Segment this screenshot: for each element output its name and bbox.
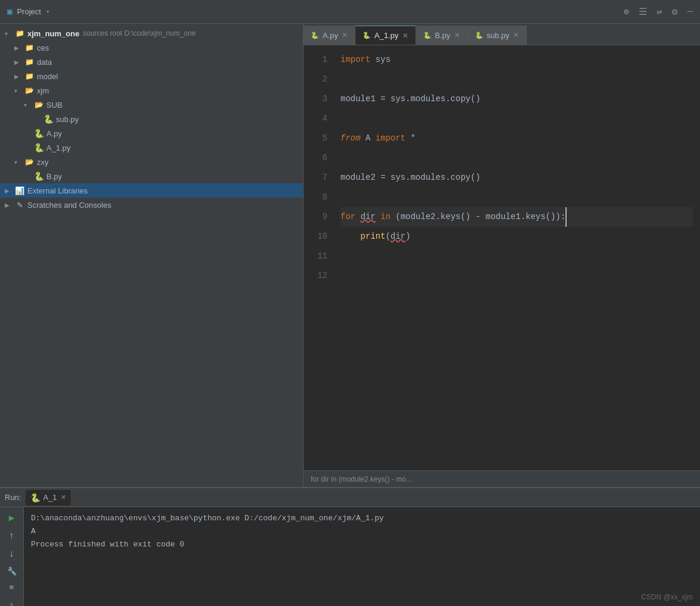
title-bar: ▣ Project ▾ ⊕ ☰ ⇌ ⚙ ─	[0, 0, 700, 24]
tab-a-py-icon: 🐍	[311, 32, 319, 39]
breadcrumb-text: for dir in (module2.keys() - mo...	[311, 475, 412, 483]
folder-model-label: model	[37, 72, 58, 81]
sidebar-item-a-py[interactable]: 🐍 A.py	[0, 126, 303, 140]
code-line-8	[340, 188, 693, 207]
run-panel: ▶ ↑ ↓ 🔧 ≡ ⇓ D:\anaconda\anzhuang\envs\xj…	[0, 507, 700, 606]
run-tab-a1[interactable]: 🐍 A_1 ✕	[26, 490, 70, 505]
external-libraries-label: External Libraries	[27, 186, 88, 195]
file-b-py-label: B.py	[46, 172, 62, 181]
line-num-10: 10	[304, 227, 327, 246]
collapse-arrow-icon: ▶	[14, 59, 24, 65]
line-num-4: 4	[304, 109, 327, 129]
run-wrench-icon[interactable]: 🔧	[7, 567, 17, 576]
line-num-5: 5	[304, 129, 327, 148]
line-num-12: 12	[304, 266, 327, 286]
code-line-9: for dir in (module2.keys() - module1.key…	[340, 207, 693, 227]
sidebar-item-xjm[interactable]: ▾ 📂 xjm	[0, 83, 303, 98]
tab-a1-py-icon: 🐍	[362, 32, 371, 39]
tab-b-py-close-icon[interactable]: ✕	[454, 31, 460, 39]
file-sub-py-icon: 🐍	[43, 114, 54, 124]
settings-icon[interactable]: ⚙	[672, 6, 678, 18]
tab-b-py-icon: 🐍	[423, 32, 432, 39]
folder-ces-label: ces	[37, 43, 49, 52]
tab-a-py[interactable]: 🐍 A.py ✕	[304, 26, 355, 45]
root-folder-path: sources root D:\code\xjm_num_one	[83, 29, 195, 38]
globe-icon[interactable]: ⊕	[623, 6, 629, 18]
collapse-arrow-icon: ▶	[14, 73, 24, 80]
sidebar-item-zxy[interactable]: ▾ 📂 zxy	[0, 155, 303, 169]
tabs-bar: 🐍 A.py ✕ 🐍 A_1.py ✕ 🐍 B.py ✕ 🐍 sub.py ✕	[304, 24, 700, 45]
run-up-icon[interactable]: ↑	[9, 531, 15, 542]
breadcrumb-bar: for dir in (module2.keys() - mo...	[304, 470, 700, 487]
file-b-py-icon: 🐍	[33, 171, 44, 182]
run-tab-label: A_1	[43, 493, 57, 502]
main-content: ▾ 📁 xjm_num_one sources root D:\code\xjm…	[0, 24, 700, 487]
line-num-7: 7	[304, 168, 327, 188]
expand-arrow-icon: ▾	[5, 30, 14, 37]
run-play-icon[interactable]: ▶	[9, 512, 15, 524]
code-line-6	[340, 148, 693, 168]
line-num-6: 6	[304, 148, 327, 168]
run-tab-icon: 🐍	[30, 493, 40, 502]
tree-root[interactable]: ▾ 📁 xjm_num_one sources root D:\code\xjm…	[0, 26, 303, 40]
tab-sub-py-label: sub.py	[487, 31, 510, 40]
code-editor[interactable]: 1 2 3 4 5 6 7 8 9 10 11 12 import sys mo…	[304, 45, 700, 470]
expand-arrow-icon: ▾	[24, 102, 33, 108]
tab-b-py[interactable]: 🐍 B.py ✕	[416, 26, 468, 45]
title-bar-left: ▣ Project ▾	[7, 7, 50, 17]
folder-xjm-label: xjm	[37, 86, 49, 95]
line-numbers: 1 2 3 4 5 6 7 8 9 10 11 12	[304, 45, 333, 470]
project-label: Project	[17, 7, 40, 16]
structure-icon[interactable]: ☰	[639, 6, 647, 18]
code-line-1: import sys	[340, 50, 693, 70]
root-folder-name: xjm_num_one	[27, 29, 79, 38]
file-a1-py-icon: 🐍	[33, 142, 44, 153]
tab-a1-py-label: A_1.py	[374, 31, 398, 40]
sidebar-item-ces[interactable]: ▶ 📁 ces	[0, 40, 303, 55]
line-num-2: 2	[304, 70, 327, 89]
scratches-icon: ✎	[14, 199, 25, 210]
line-num-8: 8	[304, 188, 327, 207]
file-sub-py-label: sub.py	[56, 115, 79, 124]
tab-sub-py-icon: 🐍	[475, 32, 483, 39]
run-output-exit: Process finished with exit code 0	[31, 538, 693, 551]
run-tab-close-icon[interactable]: ✕	[61, 493, 66, 501]
run-down2-icon[interactable]: ⇓	[9, 599, 15, 606]
file-a1-py-label: A_1.py	[46, 143, 70, 152]
editor-area: 🐍 A.py ✕ 🐍 A_1.py ✕ 🐍 B.py ✕ 🐍 sub.py ✕	[304, 24, 700, 487]
sidebar-item-external-libraries[interactable]: ▶ 📊 External Libraries	[0, 183, 303, 198]
equalizer-icon[interactable]: ⇌	[657, 6, 662, 18]
folder-data-label: data	[37, 58, 52, 67]
run-down-icon[interactable]: ↓	[9, 549, 15, 560]
sidebar-item-scratches[interactable]: ▶ ✎ Scratches and Consoles	[0, 198, 303, 212]
code-line-12	[340, 266, 693, 286]
collapse-arrow-icon: ▶	[5, 202, 14, 208]
sidebar-item-sub[interactable]: ▾ 📂 SUB	[0, 98, 303, 112]
sidebar-item-data[interactable]: ▶ 📁 data	[0, 55, 303, 69]
dropdown-arrow-icon[interactable]: ▾	[46, 8, 50, 15]
tab-a1-py[interactable]: 🐍 A_1.py ✕	[355, 26, 415, 45]
collapse-arrow-icon: ▶	[5, 188, 14, 194]
minimize-icon[interactable]: ─	[687, 7, 693, 17]
folder-model-icon: 📁	[24, 71, 35, 82]
sidebar-item-model[interactable]: ▶ 📁 model	[0, 69, 303, 83]
tab-sub-py-close-icon[interactable]: ✕	[513, 31, 519, 39]
code-line-10: print(dir)	[340, 227, 693, 246]
folder-sub-icon: 📂	[33, 99, 44, 110]
tab-a1-py-close-icon[interactable]: ✕	[402, 32, 408, 40]
run-list-icon[interactable]: ≡	[10, 583, 14, 592]
tab-sub-py[interactable]: 🐍 sub.py ✕	[468, 26, 527, 45]
sidebar-item-a1-py[interactable]: 🐍 A_1.py	[0, 140, 303, 155]
code-content[interactable]: import sys module1 = sys.modules.copy() …	[333, 45, 700, 470]
run-tabs-bar: Run: 🐍 A_1 ✕	[0, 488, 700, 507]
tab-a-py-close-icon[interactable]: ✕	[342, 31, 348, 39]
file-tree: ▾ 📁 xjm_num_one sources root D:\code\xjm…	[0, 24, 303, 487]
sidebar-item-b-py[interactable]: 🐍 B.py	[0, 169, 303, 183]
code-line-2	[340, 70, 693, 89]
bottom-panel: Run: 🐍 A_1 ✕ ▶ ↑ ↓ 🔧 ≡ ⇓ D:\anaconda\anz…	[0, 487, 700, 606]
code-line-4	[340, 109, 693, 129]
sidebar-item-sub-py[interactable]: 🐍 sub.py	[0, 112, 303, 126]
scratches-label: Scratches and Consoles	[27, 201, 111, 210]
project-icon: ▣	[7, 7, 12, 17]
code-line-5: from A import *	[340, 129, 693, 148]
